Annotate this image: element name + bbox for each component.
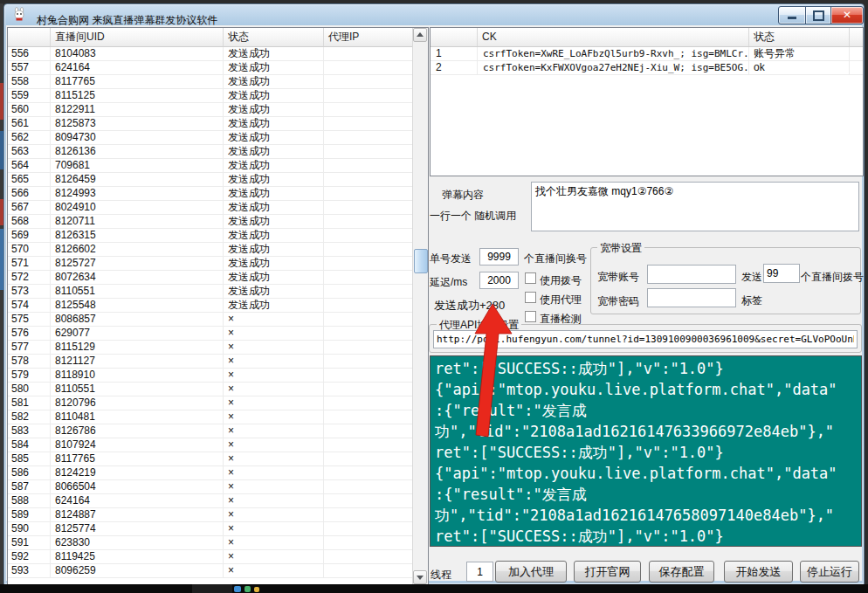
scroll-down-button[interactable]: [413, 570, 427, 584]
taskbar[interactable]: [0, 584, 868, 593]
save-config-button[interactable]: 保存配置: [649, 561, 714, 583]
table-cell: [324, 480, 413, 494]
table-cell: [324, 145, 413, 159]
table-row[interactable]: 5818120796×: [8, 396, 413, 410]
proxy-api-url-input[interactable]: [433, 330, 858, 348]
table-row[interactable]: 5898124887×: [8, 508, 413, 522]
single-send-count-input[interactable]: [479, 248, 519, 265]
delay-label: 延迟/ms: [430, 275, 467, 290]
table-cell: 557: [8, 61, 51, 75]
table-row[interactable]: 5778115129×: [8, 341, 413, 355]
table-cell: 577: [8, 341, 51, 355]
taskbar-icon-green[interactable]: [245, 586, 251, 592]
table-cell: 8117765: [51, 452, 224, 466]
table-row[interactable]: 5848107924×: [8, 438, 413, 452]
table-row[interactable]: 5828110481×: [8, 410, 413, 424]
scroll-up-button[interactable]: [413, 28, 427, 42]
add-proxy-button[interactable]: 加入代理: [495, 561, 567, 583]
table-row[interactable]: 5868124219×: [8, 466, 413, 480]
table-row[interactable]: 5788121127×: [8, 355, 413, 369]
table-cell: ×: [224, 466, 324, 480]
danmaku-content-input[interactable]: 找个壮男友嘉微 mqy1②766②: [531, 182, 859, 231]
broadband-account-input[interactable]: [647, 265, 736, 284]
table-cell: 580: [8, 383, 51, 396]
table-row[interactable]: 5728072634发送成功: [8, 271, 413, 285]
delay-input[interactable]: [479, 272, 519, 289]
table-row[interactable]: 557624164发送成功: [8, 61, 413, 75]
taskbar-icon-yellow[interactable]: [254, 587, 259, 592]
table-row[interactable]: 5658126459发送成功: [8, 173, 413, 187]
table-row[interactable]: 5668124993发送成功: [8, 187, 413, 201]
table-row[interactable]: 5758086857×: [8, 313, 413, 327]
table-cell: [324, 159, 413, 173]
close-button[interactable]: ✕: [830, 6, 864, 24]
table-cell: 567: [8, 201, 51, 215]
table-row[interactable]: 2csrfToken=KxFWXOVgoa27eH2NEj-Xiu_W; isg…: [431, 61, 863, 75]
table-row[interactable]: 5588117765发送成功: [8, 75, 413, 89]
table-cell: [324, 327, 413, 341]
table-row[interactable]: 5628094730发送成功: [8, 131, 413, 145]
table-cell: ×: [224, 564, 324, 578]
table-cell: 574: [8, 299, 51, 313]
table-row[interactable]: 1csrfToken=XwRE_LoAFbzQl5urb9-Rxvh_; isg…: [431, 47, 863, 61]
table-row[interactable]: 588624164×: [8, 494, 413, 508]
live-check-checkbox[interactable]: [525, 311, 536, 322]
table-cell: 8126786: [51, 424, 224, 438]
table-row[interactable]: 5938096259×: [8, 564, 413, 578]
table-row[interactable]: 5698126315发送成功: [8, 229, 413, 243]
table-row[interactable]: 5928119425×: [8, 550, 413, 564]
scroll-thumb[interactable]: [414, 249, 428, 273]
table-row[interactable]: 5608122911发送成功: [8, 103, 413, 117]
table-row[interactable]: 5718125727发送成功: [8, 257, 413, 271]
scroll-up-icon: [417, 32, 424, 37]
room-table-header: 直播间UID 状态 代理IP: [8, 28, 428, 47]
minimize-button[interactable]: [778, 6, 806, 24]
table-row[interactable]: 591623830×: [8, 536, 413, 550]
use-proxy-label: 使用代理: [540, 293, 582, 307]
start-send-button[interactable]: 开始发送: [724, 561, 793, 583]
table-row[interactable]: 564709681发送成功: [8, 159, 413, 173]
table-cell: 8124993: [51, 187, 224, 201]
table-row[interactable]: 5598115125发送成功: [8, 89, 413, 103]
table-cell: 586: [8, 466, 51, 480]
table-cell: 发送成功: [224, 159, 324, 173]
taskbar-icon-blue[interactable]: [234, 586, 241, 592]
table-cell: [324, 494, 413, 508]
use-proxy-checkbox[interactable]: [525, 292, 536, 303]
table-cell: ×: [224, 522, 324, 536]
table-row[interactable]: 5638126136发送成功: [8, 145, 413, 159]
thread-count-input[interactable]: [466, 562, 493, 582]
table-row[interactable]: 5838126786×: [8, 424, 413, 438]
open-website-button[interactable]: 打开官网: [574, 561, 641, 583]
table-cell: [324, 103, 413, 117]
response-log-console[interactable]: ret":["SUCCESS::成功"],"v":"1.0"} {"api":"…: [430, 355, 862, 547]
table-row[interactable]: 5568104083发送成功: [8, 47, 413, 61]
table-row[interactable]: 5678024910发送成功: [8, 201, 413, 215]
table-cell: 563: [8, 145, 51, 159]
titlebar[interactable]: 村兔合购网 来疯直播弹幕群发协议软件: [5, 4, 861, 25]
table-row[interactable]: 5798118910×: [8, 369, 413, 383]
stop-run-button[interactable]: 停止运行: [800, 561, 859, 583]
table-cell: [324, 299, 413, 313]
table-row[interactable]: 5738110551发送成功: [8, 285, 413, 299]
maximize-button[interactable]: [805, 6, 831, 24]
table-cell: 发送成功: [224, 145, 324, 159]
room-table-scrollbar[interactable]: [412, 28, 428, 584]
table-row[interactable]: 5858117765×: [8, 452, 413, 466]
table-row[interactable]: 5748125548发送成功: [8, 299, 413, 313]
table-cell: 2: [431, 61, 478, 75]
table-cell: 发送成功: [224, 61, 324, 75]
table-row[interactable]: 5908125774×: [8, 522, 413, 536]
table-row[interactable]: 5708126602发送成功: [8, 243, 413, 257]
table-row[interactable]: 5618125873发送成功: [8, 117, 413, 131]
response-log-text: ret":["SUCCESS::成功"],"v":"1.0"} {"api":"…: [431, 356, 861, 547]
table-row[interactable]: 5878066504×: [8, 480, 413, 494]
dial-send-count-input[interactable]: [763, 264, 800, 283]
table-cell: 8115129: [51, 341, 224, 355]
table-row[interactable]: 5688120711发送成功: [8, 215, 413, 229]
broadband-password-input[interactable]: [647, 288, 736, 307]
use-dial-checkbox[interactable]: [525, 272, 536, 284]
table-cell: ×: [224, 424, 324, 438]
table-row[interactable]: 5808110551×: [8, 383, 413, 396]
table-row[interactable]: 576629077×: [8, 327, 413, 341]
